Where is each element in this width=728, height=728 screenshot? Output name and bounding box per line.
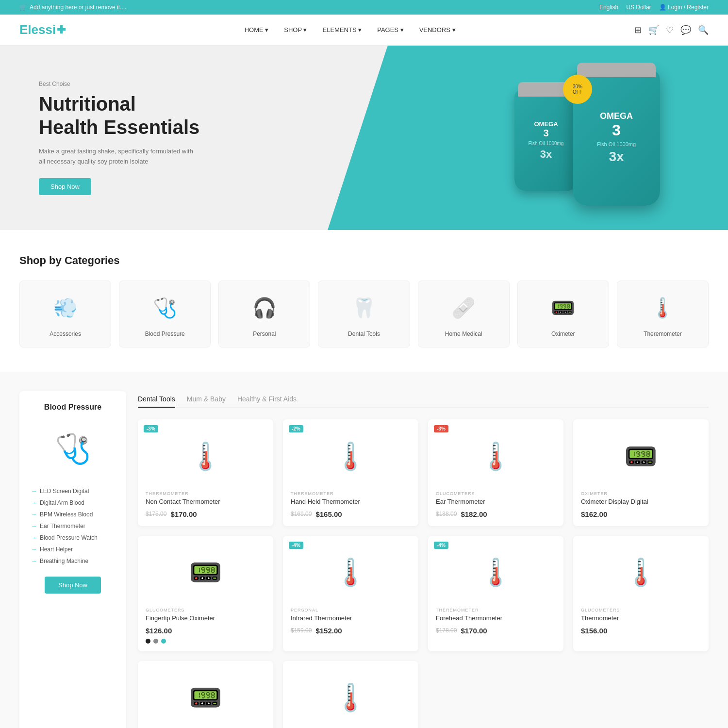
sidebar-link-heart[interactable]: → Heart Helper [31,544,115,555]
category-accessories-img: 💨 [46,291,85,325]
color-dot-teal[interactable] [161,639,166,644]
arrow-icon-3: → [31,511,37,518]
top-bar: 🛒 Add anything here or just remove it...… [0,0,728,15]
category-home-medical[interactable]: 🩹 Home Medical [418,281,510,347]
currency-selector[interactable]: US Dollar [626,4,651,11]
product-card-7[interactable]: -4% 🌡️ THEREMOMETER Forehead Thermometer… [428,536,563,651]
arrow-icon-1: → [31,488,37,495]
discount-badge: 30% OFF [563,75,592,104]
product-img-3: 🌡️ [436,427,556,485]
product-name-7: Forehead Thermometer [436,614,556,623]
categories-title: Shop by Categories [19,254,709,267]
products-layout: Blood Pressure 🩺 → LED Screen Digital → … [19,391,709,728]
product-name-5: Fingertip Pulse Oximeter [146,614,265,623]
price-new-8: $156.00 [581,627,607,635]
nav-pages[interactable]: PAGES ▾ [377,26,403,33]
hero-description: Make a great tasting shake, specifically… [39,147,194,167]
sidebar-link-breathing[interactable]: → Breathing Machine [31,555,115,567]
bottle-cap-large [577,63,656,77]
hero-banner: Best Choise Nutritional Health Essential… [0,46,728,230]
products-section: Blood Pressure 🩺 → LED Screen Digital → … [0,372,728,728]
sidebar-link-ear[interactable]: → Ear Thermometer [31,520,115,532]
product-badge-2: -2% [289,425,303,432]
category-accessories-name: Accessories [28,331,103,337]
color-dot-gray[interactable] [153,639,158,644]
category-personal[interactable]: 🎧 Personal [218,281,310,347]
product-img-7: 🌡️ [436,544,556,602]
product-price-7: $178.00 $170.00 [436,627,556,635]
product-card-10[interactable]: 🌡️ HOME MEDICAL Electronic Thermometer [283,661,418,728]
header-icons: ⊞ 🛒 ♡ 💬 🔍 [634,25,709,35]
announcement-icon: 🛒 [19,4,27,11]
product-card-4[interactable]: 📟 OXIMETER Oximeter Display Digital $162… [573,419,709,526]
sidebar-shop-now-button[interactable]: Shop Now [45,577,101,594]
color-dot-black[interactable] [146,639,150,644]
product-card-8[interactable]: 🌡️ GLUCOMETERS Thermometer $156.00 [573,536,709,651]
language-selector[interactable]: English [599,4,618,11]
price-old-2: $169.00 [291,511,312,517]
bottle-label-small: OMEGA3 [534,120,558,139]
announcement-text: Add anything here or just remove it.... [30,4,126,11]
header: Elessi ✚ HOME ▾ SHOP ▾ ELEMENTS ▾ PAGES … [0,15,728,46]
product-card-1[interactable]: -3% 🌡️ THEREMOMETER Non Contact Thermome… [138,419,273,526]
category-thermo-img: 🌡️ [643,291,682,325]
product-cat-5: GLUCOMETERS [146,608,265,612]
tab-dental-tools[interactable]: Dental Tools [138,391,175,408]
chat-icon[interactable]: 💬 [680,25,691,35]
category-oximeter[interactable]: 📟 Oximeter [517,281,609,347]
nav-shop[interactable]: SHOP ▾ [284,26,307,33]
category-oximeter-img: 📟 [544,291,582,325]
price-new-4: $162.00 [581,510,607,518]
product-card-3[interactable]: -3% 🌡️ GLUCOMETERS Ear Thermometer $188.… [428,419,563,526]
main-nav: HOME ▾ SHOP ▾ ELEMENTS ▾ PAGES ▾ VENDORS… [245,26,456,33]
category-dental[interactable]: 🦷 Dental Tools [318,281,410,347]
hero-title: Nutritional Health Essentials [39,92,325,139]
tab-mum-baby[interactable]: Mum & Baby [187,391,226,408]
product-cat-7: THEREMOMETER [436,608,556,612]
price-new-5: $126.00 [146,627,172,635]
hero-shop-now-button[interactable]: Shop Now [39,178,91,195]
category-accessories[interactable]: 💨 Accessories [19,281,111,347]
auth-link[interactable]: 👤 Login / Register [659,4,709,11]
nav-elements[interactable]: ELEMENTS ▾ [322,26,362,33]
category-home-name: Home Medical [426,331,501,337]
product-tabs: Dental Tools Mum & Baby Healthy & First … [138,391,709,408]
price-new-6: $152.00 [315,627,342,635]
cart-icon[interactable]: 🛒 [648,25,659,35]
logo-plus: ✚ [57,24,66,36]
product-cat-2: THEREMOMETER [291,491,411,496]
category-home-img: 🩹 [444,291,483,325]
user-icon: 👤 [659,4,666,11]
price-new-2: $165.00 [315,510,342,518]
hero-subtitle: Best Choise [39,81,325,87]
logo[interactable]: Elessi ✚ [19,22,66,37]
hero-product-area: 30% OFF OMEGA3 Fish Oil 1000mg 3x OMEGA3… [485,55,689,230]
price-new-3: $182.00 [461,510,487,518]
product-cat-4: OXIMETER [581,491,701,496]
sidebar-link-led[interactable]: → LED Screen Digital [31,485,115,497]
category-blood-pressure[interactable]: 🩺 Blood Pressure [119,281,211,347]
product-card-5[interactable]: 📟 GLUCOMETERS Fingertip Pulse Oximeter $… [138,536,273,651]
product-img-6: 🌡️ [291,544,411,602]
sidebar-link-digital-arm[interactable]: → Digital Arm Blood [31,497,115,509]
product-badge-6: -4% [289,542,303,549]
price-old-7: $178.00 [436,627,457,634]
product-price-3: $188.00 $182.00 [436,510,556,518]
product-price-1: $175.00 $170.00 [146,510,265,518]
category-bp-img: 🩺 [146,291,184,325]
wishlist-icon[interactable]: ♡ [666,25,674,35]
tab-healthy-first-aids[interactable]: Healthy & First Aids [237,391,297,408]
product-cat-1: THEREMOMETER [146,491,265,496]
product-name-3: Ear Thermometer [436,498,556,506]
sidebar-link-watch[interactable]: → Blood Pressure Watch [31,532,115,544]
nav-home[interactable]: HOME ▾ [245,26,269,33]
price-old-6: $159.00 [291,627,312,634]
product-card-9[interactable]: 📟 GLUCOMETERS OLED Oximeter Fingertip $1… [138,661,273,728]
nav-vendors[interactable]: VENDORS ▾ [419,26,456,33]
product-card-6[interactable]: -4% 🌡️ PERSONAL Infrared Thermometer $15… [283,536,418,651]
search-icon[interactable]: 🔍 [698,25,709,35]
sidebar-link-bpm[interactable]: → BPM Wireless Blood [31,509,115,520]
category-thermometer[interactable]: 🌡️ Theremometer [617,281,709,347]
product-card-2[interactable]: -2% 🌡️ THEREMOMETER Hand Held Thermomete… [283,419,418,526]
grid-icon[interactable]: ⊞ [634,25,642,35]
